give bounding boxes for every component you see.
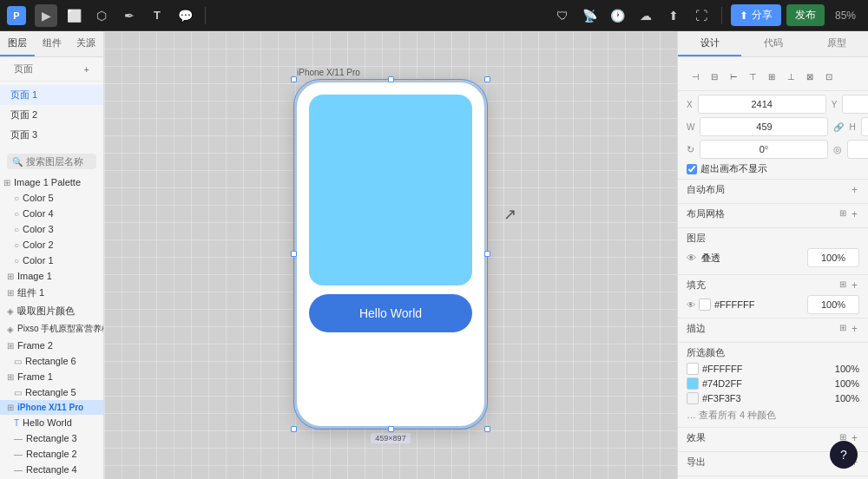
fill-color-swatch[interactable] — [699, 299, 711, 311]
h-input[interactable] — [861, 117, 868, 136]
tab-resources[interactable]: 关源 — [69, 31, 103, 56]
hello-world-text: Hello World — [359, 306, 422, 320]
frame-tool[interactable]: ⬜ — [62, 4, 85, 27]
blend-mode-label: 叠透 — [701, 252, 802, 265]
auto-layout-section: 自动布局 + — [678, 180, 868, 204]
align-bottom-button[interactable]: ⊥ — [782, 68, 799, 85]
radius-input[interactable] — [847, 140, 868, 159]
layer-rect4[interactable]: — Rectangle 4 — [0, 462, 103, 477]
layer-shape1[interactable]: ⊞ 组件 1 — [0, 284, 103, 302]
fill-opacity-input[interactable] — [807, 295, 859, 314]
component-icon: ◈ — [7, 306, 14, 316]
share-button[interactable]: ⬆ 分享 — [731, 4, 781, 26]
auto-layout-header: 自动布局 + — [687, 183, 859, 196]
eye-icon-fill[interactable]: 👁 — [687, 300, 695, 310]
right-panel-body: ⊣ ⊟ ⊢ ⊤ ⊞ ⊥ ⊠ ⊡ X Y — [678, 57, 868, 479]
page-item-2[interactable]: 页面 2 — [0, 105, 103, 125]
pages-label: 页面 — [14, 62, 33, 75]
layer-helloworld[interactable]: T Hello World — [0, 415, 103, 430]
color-swatch-3[interactable] — [687, 392, 699, 404]
comment-tool[interactable]: 💬 — [174, 4, 196, 27]
stroke-actions: ⊞ + — [839, 323, 859, 335]
y-input[interactable] — [842, 95, 868, 114]
layer-image1palette[interactable]: ⊞ Image 1 Palette — [0, 174, 103, 190]
opacity-input[interactable] — [807, 248, 859, 267]
layer-frame1[interactable]: ⊞ Frame 1 — [0, 369, 103, 384]
layer-rect5[interactable]: ▭ Rectangle 5 — [0, 384, 103, 400]
color-swatch-2[interactable] — [687, 377, 699, 390]
layer-pixsotemplate[interactable]: ◈ Pixso 手机原型富营养框本 — [0, 320, 103, 338]
w-input[interactable] — [700, 117, 828, 136]
shield-icon[interactable]: 🛡 — [551, 4, 574, 27]
wh-row: W 🔗 H — [687, 117, 859, 136]
tab-code[interactable]: 代码 — [741, 31, 805, 56]
grid-options-button[interactable]: ⊞ — [839, 208, 846, 220]
x-input[interactable] — [698, 95, 826, 114]
layer-frame2[interactable]: ⊞ Frame 2 — [0, 338, 103, 353]
layer-rect3[interactable]: — Rectangle 3 — [0, 430, 103, 446]
phone-blue-card — [309, 95, 472, 285]
fill-color-row: 👁 #FFFFFF — [687, 295, 859, 314]
layer-color5[interactable]: ○ Color 5 — [0, 190, 103, 206]
pen-tool[interactable]: ✒ — [118, 4, 141, 27]
text-tool[interactable]: T — [146, 4, 168, 27]
add-effect-button[interactable]: + — [850, 432, 859, 444]
tab-design[interactable]: 设计 — [678, 31, 741, 56]
align-buttons: ⊣ ⊟ ⊢ ⊤ ⊞ ⊥ ⊠ ⊡ — [687, 66, 859, 87]
add-page-button[interactable]: + — [84, 64, 89, 75]
more-colors-button[interactable]: … 查看所有 4 种颜色 — [687, 407, 859, 423]
tab-layers[interactable]: 图层 — [0, 31, 35, 56]
expand-icon[interactable]: ⛶ — [690, 4, 713, 27]
align-center-h-button[interactable]: ⊟ — [706, 68, 723, 85]
align-section: ⊣ ⊟ ⊢ ⊤ ⊞ ⊥ ⊠ ⊡ — [678, 62, 868, 91]
phone-hello-world-button[interactable]: Hello World — [309, 294, 472, 332]
tab-components[interactable]: 组件 — [35, 31, 69, 56]
clip-content-checkbox[interactable] — [687, 164, 697, 174]
phone-frame[interactable]: Hello World — [295, 81, 486, 428]
layer-image1[interactable]: ⊞ Image 1 — [0, 268, 103, 284]
layer-rect2[interactable]: — Rectangle 2 — [0, 446, 103, 462]
ellipse-icon: ○ — [14, 225, 19, 234]
layer-color3[interactable]: ○ Color 3 — [0, 221, 103, 237]
add-stroke-button[interactable]: + — [850, 323, 859, 335]
page-item-3[interactable]: 页面 3 — [0, 125, 103, 145]
rotate-input[interactable] — [700, 140, 828, 159]
shape-tool[interactable]: ⬡ — [90, 4, 113, 27]
align-right-button[interactable]: ⊢ — [725, 68, 742, 85]
layout-grid-header: 布局网格 ⊞ + — [687, 207, 859, 220]
clock-icon[interactable]: 🕐 — [607, 4, 629, 27]
add-grid-button[interactable]: + — [850, 208, 859, 220]
distribute-v-button[interactable]: ⊡ — [820, 68, 838, 85]
canvas-area[interactable]: iPhone X/11 Pro Hello World — [104, 31, 677, 479]
add-fill-button[interactable]: + — [850, 279, 859, 292]
publish-button[interactable]: 发布 — [786, 4, 825, 26]
distribute-h-button[interactable]: ⊠ — [801, 68, 819, 85]
fill-options-button[interactable]: ⊞ — [839, 279, 846, 292]
align-left-button[interactable]: ⊣ — [687, 68, 704, 85]
layer-color4[interactable]: ○ Color 4 — [0, 206, 103, 221]
lock-icon[interactable]: 🔗 — [833, 122, 844, 132]
align-top-button[interactable]: ⊤ — [744, 68, 761, 85]
layer-iphonex11pro[interactable]: ⊞ iPhone X/11 Pro — [0, 400, 103, 415]
pages-section-header: 页面 + — [0, 57, 103, 82]
help-button[interactable]: ? — [830, 441, 858, 469]
pages-list: 页面 1 页面 2 页面 3 — [0, 82, 103, 148]
upload-icon[interactable]: ⬆ — [662, 4, 685, 27]
divider2 — [721, 7, 722, 24]
color-swatch-1[interactable] — [687, 363, 699, 375]
move-tool[interactable]: ▶ — [35, 4, 57, 27]
layer-rect6[interactable]: ▭ Rectangle 6 — [0, 353, 103, 369]
stroke-options-button[interactable]: ⊞ — [839, 323, 846, 335]
tab-prototype[interactable]: 原型 — [805, 31, 868, 56]
layer-color1[interactable]: ○ Color 1 — [0, 253, 103, 268]
zoom-level[interactable]: 85% — [830, 10, 861, 22]
eye-icon[interactable]: 👁 — [687, 253, 696, 263]
wifi-icon[interactable]: 📡 — [579, 4, 602, 27]
add-auto-layout-button[interactable]: + — [850, 184, 859, 196]
align-center-v-button[interactable]: ⊞ — [763, 68, 780, 85]
page-item-1[interactable]: 页面 1 — [0, 85, 103, 105]
search-input[interactable] — [26, 156, 104, 167]
cloud-icon[interactable]: ☁ — [635, 4, 657, 27]
layer-abscolor[interactable]: ◈ 吸取图片颜色 — [0, 302, 103, 320]
layer-color2[interactable]: ○ Color 2 — [0, 237, 103, 253]
